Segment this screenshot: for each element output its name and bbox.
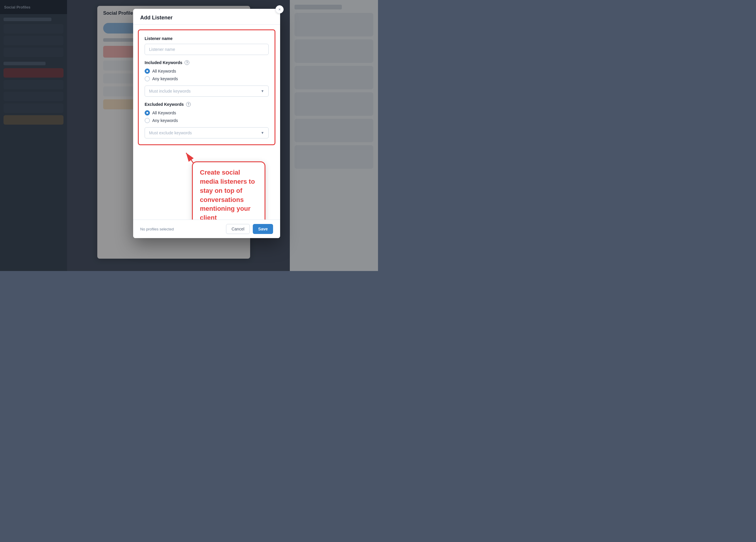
excluded-any-keywords-option[interactable]: Any keywords — [145, 118, 269, 123]
must-exclude-keywords-dropdown[interactable]: Must exclude keywords ▼ — [145, 127, 269, 138]
included-any-keywords-option[interactable]: Any keywords — [145, 76, 269, 81]
excluded-keywords-radio-group: All Keywords Any keywords — [145, 110, 269, 123]
included-keywords-header: Included Keywords ? — [145, 60, 269, 65]
included-keywords-label: Included Keywords — [145, 60, 182, 65]
excluded-keywords-label: Excluded Keywords — [145, 102, 184, 107]
excluded-keywords-help-icon[interactable]: ? — [186, 102, 191, 107]
cancel-button[interactable]: Cancel — [226, 224, 250, 234]
must-include-keywords-placeholder: Must include keywords — [149, 89, 191, 93]
included-keywords-help-icon[interactable]: ? — [185, 60, 189, 65]
modal-overlay: × Add Listener Listener name Included Ke… — [0, 0, 378, 271]
included-all-keywords-option[interactable]: All Keywords — [145, 68, 269, 74]
close-button[interactable]: × — [275, 5, 284, 14]
close-icon: × — [278, 7, 281, 12]
dropdown-arrow-exclude: ▼ — [261, 131, 264, 135]
footer-status: No profiles selected — [140, 227, 174, 231]
modal-footer: No profiles selected Cancel Save — [133, 220, 280, 238]
dropdown-arrow-include: ▼ — [261, 89, 264, 93]
included-any-keywords-label: Any keywords — [152, 76, 178, 81]
excluded-all-keywords-label: All Keywords — [152, 111, 176, 115]
must-include-keywords-dropdown[interactable]: Must include keywords ▼ — [145, 86, 269, 97]
excluded-all-keywords-option[interactable]: All Keywords — [145, 110, 269, 116]
excluded-all-keywords-radio — [145, 110, 150, 116]
save-button[interactable]: Save — [253, 224, 273, 234]
listener-name-input[interactable] — [145, 44, 269, 55]
add-listener-modal: × Add Listener Listener name Included Ke… — [133, 9, 280, 238]
listener-form-section: Listener name Included Keywords ? All Ke… — [138, 29, 275, 145]
callout-box: Create social media listeners to stay on… — [192, 161, 265, 229]
excluded-keywords-header: Excluded Keywords ? — [145, 102, 269, 107]
included-all-keywords-label: All Keywords — [152, 69, 176, 73]
included-all-keywords-radio — [145, 68, 150, 74]
listener-name-label: Listener name — [145, 36, 269, 41]
footer-buttons: Cancel Save — [226, 224, 273, 234]
modal-header: Add Listener — [133, 9, 280, 25]
excluded-any-keywords-label: Any keywords — [152, 118, 178, 123]
included-any-keywords-radio — [145, 76, 150, 81]
excluded-any-keywords-radio — [145, 118, 150, 123]
callout-text: Create social media listeners to stay on… — [200, 168, 257, 223]
must-exclude-keywords-placeholder: Must exclude keywords — [149, 131, 192, 135]
included-keywords-radio-group: All Keywords Any keywords — [145, 68, 269, 81]
modal-title: Add Listener — [140, 15, 273, 21]
